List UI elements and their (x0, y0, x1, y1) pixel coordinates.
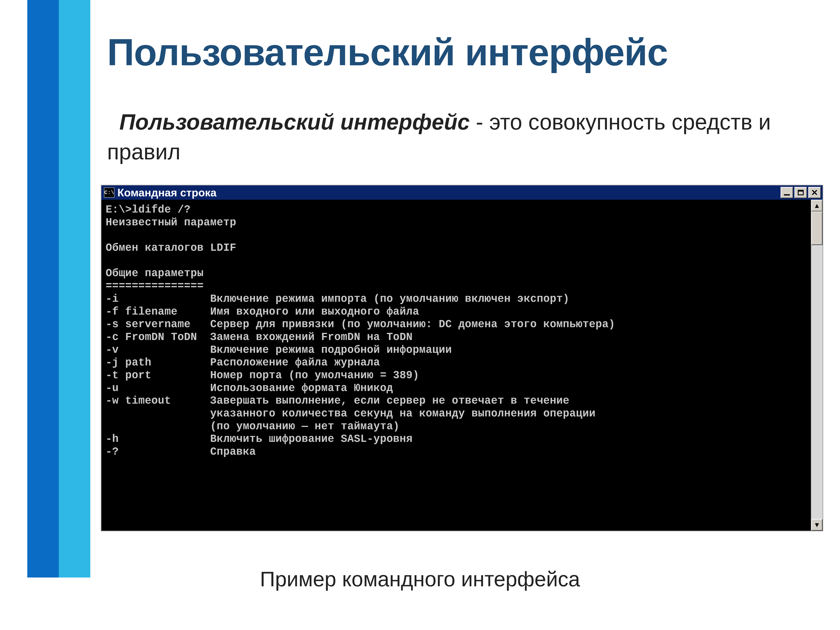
accent-bar-light (59, 0, 90, 578)
scroll-track[interactable] (811, 212, 823, 519)
cmd-icon: C:\ (104, 188, 114, 197)
slide: Пользовательский интерфейс Пользовательс… (0, 0, 840, 630)
command-prompt-window: C:\ Командная строка ✕ E:\>ldifde /? Неи… (101, 185, 823, 531)
close-button[interactable]: ✕ (808, 187, 821, 198)
slide-body-text: Пользовательский интерфейс - это совокуп… (107, 107, 800, 167)
body-term: Пользовательский интерфейс (119, 110, 470, 134)
minimize-icon (784, 194, 790, 196)
scrollbar: ▲ ▼ (811, 200, 823, 531)
maximize-icon (798, 190, 804, 195)
titlebar[interactable]: C:\ Командная строка ✕ (101, 185, 823, 200)
scroll-down-button[interactable]: ▼ (811, 519, 823, 531)
slide-title: Пользовательский интерфейс (107, 30, 668, 74)
terminal-output[interactable]: E:\>ldifde /? Неизвестный параметр Обмен… (101, 200, 811, 531)
maximize-button[interactable] (794, 187, 807, 198)
scroll-up-button[interactable]: ▲ (811, 200, 823, 212)
minimize-button[interactable] (781, 187, 793, 198)
window-title: Командная строка (117, 186, 781, 199)
window-controls: ✕ (781, 187, 821, 198)
window-client-area: E:\>ldifde /? Неизвестный параметр Обмен… (101, 200, 823, 531)
close-icon: ✕ (811, 188, 818, 197)
accent-bar-dark (27, 0, 59, 578)
slide-caption: Пример командного интерфейса (0, 567, 840, 591)
scroll-thumb[interactable] (811, 212, 823, 245)
